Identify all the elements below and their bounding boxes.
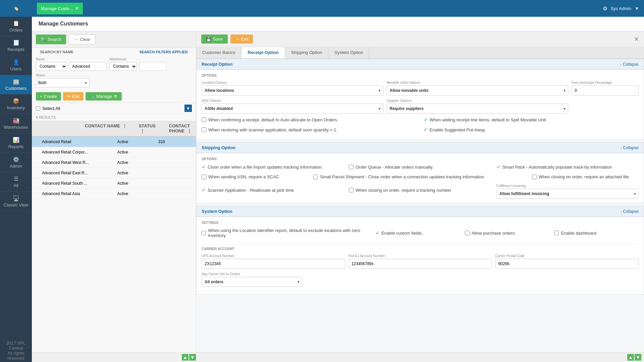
- order-queue-checkbox[interactable]: [349, 165, 354, 169]
- content-area: Manage Customers 🔍 Search → Clear: [32, 17, 644, 362]
- right-scroll-down-button[interactable]: ▼: [635, 354, 641, 361]
- sidebar-item-inventory[interactable]: 📦 Inventory: [0, 95, 32, 114]
- purchase-orders-checkbox[interactable]: [465, 231, 470, 235]
- app-carrier-select[interactable]: All orders Selected orders No orders: [202, 277, 302, 287]
- search-filters-applied-label: SEARCH FILTERS APPLIED: [135, 48, 192, 55]
- location-options-select[interactable]: Allow locations Disallow locations: [202, 85, 383, 96]
- scroll-up-button[interactable]: ▲: [182, 354, 189, 361]
- tab-receipt-option[interactable]: Receipt Option: [241, 47, 285, 58]
- close-attached-checkbox[interactable]: [532, 175, 537, 179]
- sidebar-item-orders[interactable]: 📋 Orders: [0, 17, 32, 36]
- sidebar-item-users[interactable]: 👤 Users: [0, 56, 32, 75]
- clear-icon: →: [74, 37, 78, 42]
- location-identifier-checkbox[interactable]: [202, 231, 206, 235]
- small-parcel-checkbox[interactable]: [313, 175, 318, 179]
- close-tab-icon[interactable]: ✕: [75, 6, 79, 11]
- table-row[interactable]: Advanced Retail Corpor... Active: [32, 147, 196, 158]
- supplier-options-select-wrap: Require suppliers Optional suppliers ▼: [387, 104, 569, 114]
- carrier-postal-input[interactable]: [495, 259, 639, 269]
- table-row[interactable]: Advanced Retail West R... Active: [32, 158, 196, 168]
- name-operator-wrapper: Contains Equals Starts With ▼: [36, 62, 67, 71]
- select-all-checkbox[interactable]: [36, 106, 40, 111]
- clear-button[interactable]: → Clear: [69, 35, 95, 44]
- sidebar-item-reports[interactable]: 📊 Reports: [0, 133, 32, 153]
- fuel-surcharge-input[interactable]: [572, 85, 639, 96]
- table-row[interactable]: Advanced Retail Active 310: [32, 137, 196, 147]
- right-scroll-up-button[interactable]: ▲: [627, 354, 634, 361]
- topbar-tab-manage-customers[interactable]: Manage Custo... ✕: [37, 3, 83, 14]
- asn-scac-checkbox[interactable]: [202, 175, 206, 179]
- sidebar-item-customers[interactable]: 🏢 Customers: [0, 75, 32, 95]
- supplier-options-select[interactable]: Require suppliers Optional suppliers: [387, 104, 569, 114]
- asn-options-label: ASN Options: [202, 99, 383, 103]
- auto-allocate-checkbox[interactable]: [202, 117, 206, 122]
- fulfillment-field: Fulfillment Invoicing Allow fulfillment …: [496, 184, 639, 199]
- panels: 🔍 Search → Clear SEARCH BY NAME SEARCH F…: [32, 31, 644, 362]
- scroll-down-button[interactable]: ▼: [189, 354, 196, 361]
- settings-icon[interactable]: ⚙: [603, 5, 607, 12]
- small-parcel-row: Small Parcel Shipment - Close order when…: [313, 174, 527, 179]
- tab-shipping-option[interactable]: Shipping Option: [285, 47, 329, 58]
- ups-input[interactable]: [202, 259, 345, 269]
- fulfillment-select[interactable]: Allow fulfillment invoicing Disallow ful…: [496, 189, 639, 199]
- movable-units-label: Movable Units Options: [387, 81, 569, 84]
- name-operator-select[interactable]: Contains Equals Starts With: [36, 62, 67, 71]
- warehouse-value-input[interactable]: [140, 62, 166, 71]
- sidebar-item-label: Customers: [5, 86, 26, 91]
- suggested-putaway-checkbox-row: ✓ Enable Suggested Put-Away.: [424, 127, 639, 132]
- col-phone-sort-icon[interactable]: ⋮: [187, 128, 192, 133]
- tab-customer-basics[interactable]: Customer Basics: [196, 47, 241, 58]
- table-row[interactable]: Advanced Retail Asia Active: [32, 189, 196, 199]
- search-button[interactable]: 🔍 Search: [36, 35, 66, 44]
- tab-label: Manage Custo...: [41, 6, 73, 11]
- custom-fields-row: ✓ Enable custom fields.: [375, 230, 460, 236]
- sidebar-item-classic-view[interactable]: 🖥️ Classic View: [0, 192, 32, 211]
- create-icon: +: [40, 94, 43, 99]
- fedex-field: Fed-Ex Account Number: [348, 254, 492, 269]
- save-button[interactable]: 💾 Save: [201, 35, 228, 44]
- receipt-options-label: OPTIONS: [202, 74, 639, 77]
- create-button[interactable]: + Create: [36, 92, 61, 101]
- split-movable-checkbox-row: ✓ When adding receipt line items, defaul…: [424, 117, 639, 122]
- exit-button[interactable]: → Exit: [230, 35, 253, 44]
- tab-system-option[interactable]: System Option: [328, 47, 369, 58]
- table-row[interactable]: Advanced Retail East R... Active: [32, 168, 196, 178]
- edit-button[interactable]: ✏ Edit: [63, 92, 84, 101]
- sidebar-item-admin[interactable]: ⚙️ Admin: [0, 153, 32, 172]
- suggested-putaway-checkmark: ✓: [424, 127, 428, 132]
- dropdown-icon[interactable]: ▼: [635, 6, 639, 11]
- carrier-row1: UPS Account Number Fed-Ex Account Number…: [202, 254, 639, 269]
- close-panel-button[interactable]: ✕: [634, 36, 639, 43]
- system-option-collapse-button[interactable]: - Collapse: [621, 209, 639, 214]
- manage-button[interactable]: 🔧 Manage ▼: [86, 92, 122, 101]
- location-options-field: Location Options Allow locations Disallo…: [202, 81, 383, 96]
- status-select-wrap: Status Both Active Inactive ▼: [36, 73, 90, 87]
- shipping-option-body: OPTIONS ✓ Close order when a file import…: [197, 153, 644, 203]
- sidebar-item-receipts[interactable]: 🧾 Receipts: [0, 36, 32, 56]
- fedex-input[interactable]: [348, 259, 492, 269]
- carrier-row2: App Carrier Info to Orders All orders Se…: [202, 272, 639, 287]
- user-name: Sys Admin: [611, 6, 631, 11]
- movable-units-select[interactable]: Allow movable units Disallow movable uni…: [387, 85, 569, 96]
- col-status-sort-icon[interactable]: ⋮: [140, 128, 145, 133]
- scanner-qty-label: When receiving with scanner application,…: [208, 127, 337, 132]
- sidebar-item-warehouses[interactable]: 🏭 Warehouses: [0, 114, 32, 133]
- close-file-import-checkmark: ✓: [202, 164, 206, 170]
- warehouse-operator-select[interactable]: Contains Equals: [109, 62, 137, 71]
- col-name-sort-icon[interactable]: ⋮: [122, 123, 127, 128]
- require-tracking-checkbox[interactable]: [349, 188, 354, 192]
- asn-options-select[interactable]: ASNs disabled ASNs enabled: [202, 104, 383, 114]
- dashboard-checkbox[interactable]: [554, 231, 559, 235]
- warehouse-label: Warehouse: [109, 57, 137, 61]
- receipt-option-title: Receipt Option: [202, 62, 232, 67]
- table-row[interactable]: Advanced Retail South ... Active: [32, 178, 196, 189]
- shipping-option-collapse-button[interactable]: - Collapse: [621, 145, 639, 150]
- name-value-input[interactable]: [70, 62, 107, 71]
- filter-toggle-button[interactable]: ▼: [184, 105, 192, 112]
- receipt-option-collapse-button[interactable]: - Collapse: [621, 62, 639, 67]
- sidebar-item-all[interactable]: ☰ All: [0, 172, 32, 192]
- warehouse-filter-group: Warehouse Contains Equals ▼: [109, 57, 137, 71]
- topbar: Manage Custo... ✕ ⚙ Sys Admin ▼: [32, 0, 644, 17]
- scanner-qty-checkbox[interactable]: [202, 127, 206, 132]
- status-select[interactable]: Both Active Inactive: [36, 78, 90, 87]
